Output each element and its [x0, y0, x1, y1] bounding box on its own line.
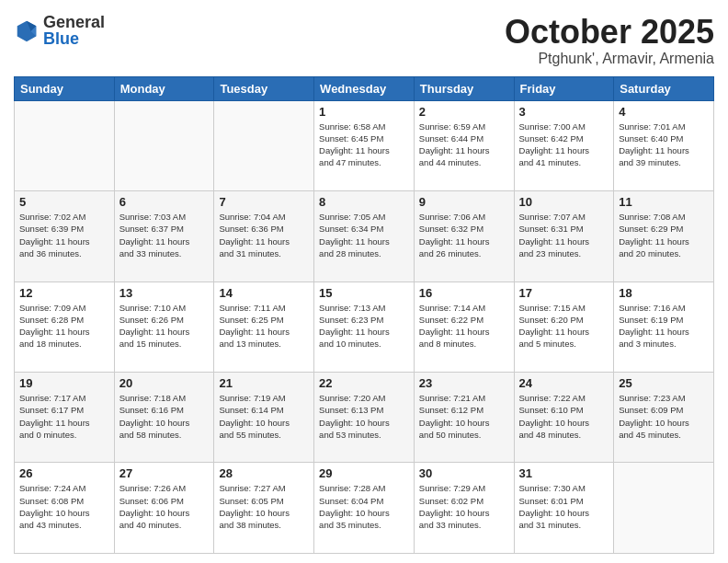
table-row: 18Sunrise: 7:16 AM Sunset: 6:19 PM Dayli…: [614, 282, 714, 372]
table-row: 27Sunrise: 7:26 AM Sunset: 6:06 PM Dayli…: [114, 463, 214, 554]
day-number: 16: [419, 286, 509, 300]
day-info: Sunrise: 7:05 AM Sunset: 6:34 PM Dayligh…: [319, 211, 409, 259]
day-info: Sunrise: 7:22 AM Sunset: 6:10 PM Dayligh…: [519, 392, 609, 441]
day-info: Sunrise: 7:20 AM Sunset: 6:13 PM Dayligh…: [319, 392, 409, 441]
table-row: 22Sunrise: 7:20 AM Sunset: 6:13 PM Dayli…: [314, 373, 415, 463]
day-number: 29: [319, 466, 409, 480]
table-row: 11Sunrise: 7:08 AM Sunset: 6:29 PM Dayli…: [614, 191, 714, 282]
day-info: Sunrise: 7:03 AM Sunset: 6:37 PM Dayligh…: [119, 211, 210, 259]
day-number: 13: [119, 286, 210, 300]
day-info: Sunrise: 7:14 AM Sunset: 6:22 PM Dayligh…: [419, 302, 509, 350]
table-row: 19Sunrise: 7:17 AM Sunset: 6:17 PM Dayli…: [15, 373, 115, 463]
table-row: 15Sunrise: 7:13 AM Sunset: 6:23 PM Dayli…: [314, 282, 415, 372]
logo-icon: [14, 17, 40, 43]
day-info: Sunrise: 7:19 AM Sunset: 6:14 PM Dayligh…: [219, 392, 309, 441]
day-info: Sunrise: 7:08 AM Sunset: 6:29 PM Dayligh…: [619, 211, 709, 259]
table-row: [614, 463, 714, 554]
day-info: Sunrise: 7:27 AM Sunset: 6:05 PM Dayligh…: [219, 482, 309, 531]
day-info: Sunrise: 7:00 AM Sunset: 6:42 PM Dayligh…: [519, 121, 609, 169]
title-month: October 2025: [505, 14, 714, 51]
day-info: Sunrise: 7:17 AM Sunset: 6:17 PM Dayligh…: [19, 392, 109, 441]
col-friday: Friday: [514, 76, 614, 100]
day-number: 1: [319, 105, 409, 119]
table-row: 28Sunrise: 7:27 AM Sunset: 6:05 PM Dayli…: [214, 463, 314, 554]
day-info: Sunrise: 7:01 AM Sunset: 6:40 PM Dayligh…: [619, 121, 709, 169]
day-number: 18: [619, 286, 709, 300]
table-row: 2Sunrise: 6:59 AM Sunset: 6:44 PM Daylig…: [414, 100, 514, 190]
day-number: 15: [319, 286, 409, 300]
day-number: 5: [19, 195, 109, 209]
day-info: Sunrise: 7:28 AM Sunset: 6:04 PM Dayligh…: [319, 482, 409, 531]
table-row: [15, 100, 115, 190]
table-row: 25Sunrise: 7:23 AM Sunset: 6:09 PM Dayli…: [614, 373, 714, 463]
table-row: [214, 100, 314, 190]
table-row: [114, 100, 214, 190]
day-number: 20: [119, 376, 210, 390]
table-row: 10Sunrise: 7:07 AM Sunset: 6:31 PM Dayli…: [514, 191, 614, 282]
logo-blue: Blue: [43, 30, 105, 47]
day-number: 8: [319, 195, 409, 209]
day-info: Sunrise: 7:07 AM Sunset: 6:31 PM Dayligh…: [519, 211, 609, 259]
day-number: 7: [219, 195, 309, 209]
day-info: Sunrise: 7:30 AM Sunset: 6:01 PM Dayligh…: [519, 482, 609, 531]
header: General Blue October 2025 Ptghunk', Arma…: [14, 14, 714, 67]
logo: General Blue: [14, 14, 105, 47]
calendar-week-row: 19Sunrise: 7:17 AM Sunset: 6:17 PM Dayli…: [15, 373, 714, 463]
day-number: 24: [519, 376, 609, 390]
table-row: 13Sunrise: 7:10 AM Sunset: 6:26 PM Dayli…: [114, 282, 214, 372]
table-row: 21Sunrise: 7:19 AM Sunset: 6:14 PM Dayli…: [214, 373, 314, 463]
table-row: 16Sunrise: 7:14 AM Sunset: 6:22 PM Dayli…: [414, 282, 514, 372]
table-row: 17Sunrise: 7:15 AM Sunset: 6:20 PM Dayli…: [514, 282, 614, 372]
day-info: Sunrise: 6:58 AM Sunset: 6:45 PM Dayligh…: [319, 121, 409, 169]
calendar-header-row: Sunday Monday Tuesday Wednesday Thursday…: [15, 76, 714, 100]
table-row: 7Sunrise: 7:04 AM Sunset: 6:36 PM Daylig…: [214, 191, 314, 282]
day-number: 27: [119, 466, 210, 480]
table-row: 14Sunrise: 7:11 AM Sunset: 6:25 PM Dayli…: [214, 282, 314, 372]
title-location: Ptghunk', Armavir, Armenia: [505, 51, 714, 67]
col-wednesday: Wednesday: [314, 76, 415, 100]
table-row: 29Sunrise: 7:28 AM Sunset: 6:04 PM Dayli…: [314, 463, 415, 554]
logo-general: General: [43, 14, 105, 30]
day-number: 30: [419, 466, 509, 480]
table-row: 24Sunrise: 7:22 AM Sunset: 6:10 PM Dayli…: [514, 373, 614, 463]
day-number: 3: [519, 105, 609, 119]
day-info: Sunrise: 7:13 AM Sunset: 6:23 PM Dayligh…: [319, 302, 409, 350]
day-number: 28: [219, 466, 309, 480]
table-row: 4Sunrise: 7:01 AM Sunset: 6:40 PM Daylig…: [614, 100, 714, 190]
calendar-week-row: 5Sunrise: 7:02 AM Sunset: 6:39 PM Daylig…: [15, 191, 714, 282]
page: General Blue October 2025 Ptghunk', Arma…: [0, 0, 728, 563]
table-row: 30Sunrise: 7:29 AM Sunset: 6:02 PM Dayli…: [414, 463, 514, 554]
day-number: 19: [19, 376, 109, 390]
col-tuesday: Tuesday: [214, 76, 314, 100]
table-row: 9Sunrise: 7:06 AM Sunset: 6:32 PM Daylig…: [414, 191, 514, 282]
calendar-table: Sunday Monday Tuesday Wednesday Thursday…: [14, 76, 714, 554]
day-number: 9: [419, 195, 509, 209]
col-thursday: Thursday: [414, 76, 514, 100]
table-row: 6Sunrise: 7:03 AM Sunset: 6:37 PM Daylig…: [114, 191, 214, 282]
day-number: 2: [419, 105, 509, 119]
day-number: 17: [519, 286, 609, 300]
day-number: 10: [519, 195, 609, 209]
day-info: Sunrise: 7:23 AM Sunset: 6:09 PM Dayligh…: [619, 392, 709, 441]
day-info: Sunrise: 7:10 AM Sunset: 6:26 PM Dayligh…: [119, 302, 210, 350]
calendar-week-row: 26Sunrise: 7:24 AM Sunset: 6:08 PM Dayli…: [15, 463, 714, 554]
table-row: 8Sunrise: 7:05 AM Sunset: 6:34 PM Daylig…: [314, 191, 415, 282]
day-info: Sunrise: 7:11 AM Sunset: 6:25 PM Dayligh…: [219, 302, 309, 350]
table-row: 31Sunrise: 7:30 AM Sunset: 6:01 PM Dayli…: [514, 463, 614, 554]
title-block: October 2025 Ptghunk', Armavir, Armenia: [505, 14, 714, 67]
day-info: Sunrise: 7:29 AM Sunset: 6:02 PM Dayligh…: [419, 482, 509, 531]
day-number: 21: [219, 376, 309, 390]
day-number: 12: [19, 286, 109, 300]
col-monday: Monday: [114, 76, 214, 100]
day-info: Sunrise: 7:06 AM Sunset: 6:32 PM Dayligh…: [419, 211, 509, 259]
day-number: 25: [619, 376, 709, 390]
day-info: Sunrise: 6:59 AM Sunset: 6:44 PM Dayligh…: [419, 121, 509, 169]
calendar-week-row: 12Sunrise: 7:09 AM Sunset: 6:28 PM Dayli…: [15, 282, 714, 372]
day-number: 11: [619, 195, 709, 209]
day-number: 6: [119, 195, 210, 209]
day-info: Sunrise: 7:04 AM Sunset: 6:36 PM Dayligh…: [219, 211, 309, 259]
table-row: 5Sunrise: 7:02 AM Sunset: 6:39 PM Daylig…: [15, 191, 115, 282]
table-row: 1Sunrise: 6:58 AM Sunset: 6:45 PM Daylig…: [314, 100, 415, 190]
calendar-week-row: 1Sunrise: 6:58 AM Sunset: 6:45 PM Daylig…: [15, 100, 714, 190]
col-sunday: Sunday: [15, 76, 115, 100]
